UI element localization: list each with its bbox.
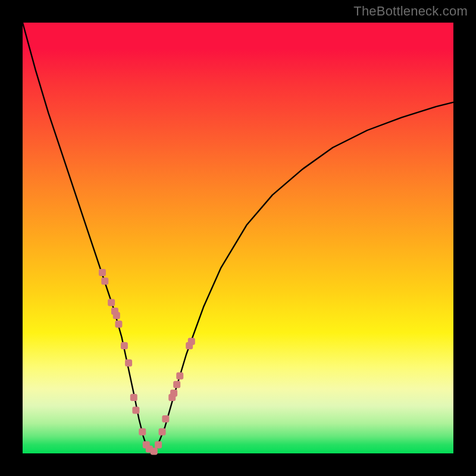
marker bbox=[115, 321, 122, 328]
marker bbox=[162, 415, 169, 422]
marker bbox=[101, 277, 108, 284]
marker bbox=[132, 407, 139, 414]
marker bbox=[155, 441, 162, 449]
marker bbox=[159, 428, 166, 436]
marker bbox=[188, 338, 195, 345]
marker bbox=[151, 447, 158, 455]
marker bbox=[139, 428, 146, 436]
plot-area bbox=[23, 23, 453, 453]
watermark-text: TheBottleneck.com bbox=[353, 4, 468, 19]
marker bbox=[176, 372, 183, 380]
marker bbox=[130, 394, 137, 401]
marker bbox=[170, 390, 177, 397]
marker bbox=[113, 312, 120, 319]
marker bbox=[121, 342, 128, 349]
marker bbox=[99, 269, 106, 276]
chart-frame: TheBottleneck.com bbox=[0, 0, 476, 476]
bottleneck-curve bbox=[23, 23, 453, 453]
marker bbox=[125, 359, 132, 367]
data-markers bbox=[99, 269, 195, 455]
curve-layer bbox=[23, 23, 453, 453]
marker bbox=[108, 299, 115, 306]
marker bbox=[173, 381, 180, 388]
